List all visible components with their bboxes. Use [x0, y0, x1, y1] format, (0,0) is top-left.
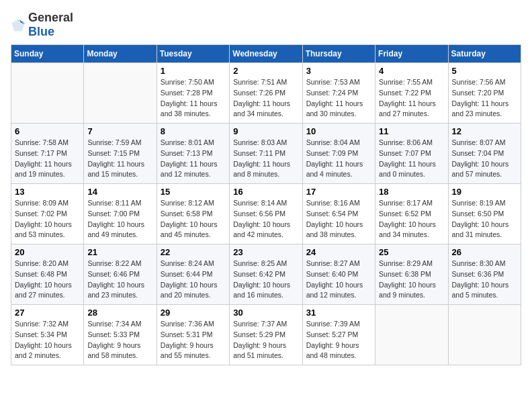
day-number: 26 [452, 247, 517, 257]
sunset-text: Sunset: 7:11 PM [233, 149, 285, 157]
sunrise-text: Sunrise: 8:09 AM [15, 199, 69, 207]
calendar-cell: 8 Sunrise: 8:01 AM Sunset: 7:13 PM Dayli… [157, 124, 229, 184]
sunset-text: Sunset: 7:02 PM [15, 210, 67, 218]
sunrise-text: Sunrise: 8:14 AM [233, 199, 287, 207]
sunrise-text: Sunrise: 8:19 AM [452, 199, 506, 207]
sunrise-text: Sunrise: 7:51 AM [233, 78, 287, 86]
generalblue-logo-icon [11, 17, 26, 32]
calendar-cell: 13 Sunrise: 8:09 AM Sunset: 7:02 PM Dayl… [11, 184, 84, 244]
calendar-cell [84, 63, 157, 124]
sunset-text: Sunset: 7:26 PM [233, 89, 285, 97]
sunrise-text: Sunrise: 7:39 AM [306, 320, 360, 328]
sunset-text: Sunset: 5:33 PM [87, 330, 140, 338]
weekday-header-sunday: Sunday [11, 45, 84, 63]
day-number: 30 [233, 308, 298, 318]
calendar-cell: 31 Sunrise: 7:39 AM Sunset: 5:27 PM Dayl… [302, 305, 375, 365]
daylight-text: Daylight: 10 hours and 45 minutes. [161, 220, 218, 239]
sunrise-text: Sunrise: 8:29 AM [379, 259, 433, 267]
calendar-cell [448, 305, 521, 365]
day-number: 6 [15, 126, 80, 136]
calendar-cell: 21 Sunrise: 8:22 AM Sunset: 6:46 PM Dayl… [84, 244, 157, 305]
sunrise-text: Sunrise: 8:12 AM [161, 199, 214, 207]
sunrise-text: Sunrise: 8:27 AM [306, 259, 360, 267]
sunrise-text: Sunrise: 7:36 AM [161, 320, 214, 328]
calendar-cell: 14 Sunrise: 8:11 AM Sunset: 7:00 PM Dayl… [84, 184, 157, 244]
calendar-cell: 26 Sunrise: 8:30 AM Sunset: 6:36 PM Dayl… [448, 244, 521, 305]
sunrise-text: Sunrise: 8:22 AM [87, 259, 141, 267]
sunset-text: Sunset: 6:46 PM [87, 270, 140, 278]
sunrise-text: Sunrise: 8:03 AM [233, 138, 287, 146]
day-number: 3 [306, 66, 371, 76]
sunset-text: Sunset: 6:52 PM [379, 210, 431, 218]
daylight-text: Daylight: 10 hours and 2 minutes. [15, 341, 72, 360]
sunset-text: Sunset: 5:31 PM [161, 330, 213, 338]
sunset-text: Sunset: 6:58 PM [161, 210, 213, 218]
calendar-cell: 27 Sunrise: 7:32 AM Sunset: 5:34 PM Dayl… [11, 305, 84, 365]
weekday-header-wednesday: Wednesday [230, 45, 302, 63]
daylight-text: Daylight: 10 hours and 57 minutes. [452, 160, 509, 179]
calendar-cell: 23 Sunrise: 8:25 AM Sunset: 6:42 PM Dayl… [230, 244, 302, 305]
daylight-text: Daylight: 9 hours and 58 minutes. [87, 341, 140, 360]
calendar-week-1: 1 Sunrise: 7:50 AM Sunset: 7:28 PM Dayli… [11, 63, 521, 124]
day-number: 27 [15, 308, 80, 318]
daylight-text: Daylight: 11 hours and 30 minutes. [306, 99, 363, 118]
calendar-cell: 2 Sunrise: 7:51 AM Sunset: 7:26 PM Dayli… [230, 63, 302, 124]
sunset-text: Sunset: 7:15 PM [87, 149, 140, 157]
calendar-body: 1 Sunrise: 7:50 AM Sunset: 7:28 PM Dayli… [11, 63, 521, 365]
sunset-text: Sunset: 7:07 PM [379, 149, 431, 157]
calendar-cell [375, 305, 448, 365]
day-number: 4 [379, 66, 444, 76]
sunrise-text: Sunrise: 7:37 AM [233, 320, 287, 328]
calendar-cell: 29 Sunrise: 7:36 AM Sunset: 5:31 PM Dayl… [157, 305, 229, 365]
sunset-text: Sunset: 7:09 PM [306, 149, 359, 157]
calendar-cell: 22 Sunrise: 8:24 AM Sunset: 6:44 PM Dayl… [157, 244, 229, 305]
weekday-header-row: SundayMondayTuesdayWednesdayThursdayFrid… [11, 45, 521, 63]
sunset-text: Sunset: 7:28 PM [161, 89, 213, 97]
day-number: 21 [87, 247, 152, 257]
sunset-text: Sunset: 7:24 PM [306, 89, 359, 97]
day-number: 16 [233, 187, 298, 197]
day-number: 12 [452, 126, 517, 136]
calendar-cell: 16 Sunrise: 8:14 AM Sunset: 6:56 PM Dayl… [230, 184, 302, 244]
sunset-text: Sunset: 6:48 PM [15, 270, 67, 278]
calendar-cell: 7 Sunrise: 7:59 AM Sunset: 7:15 PM Dayli… [84, 124, 157, 184]
logo-text-blue: Blue [28, 25, 54, 38]
day-number: 5 [452, 66, 517, 76]
calendar-cell: 6 Sunrise: 7:58 AM Sunset: 7:17 PM Dayli… [11, 124, 84, 184]
day-number: 13 [15, 187, 80, 197]
sunset-text: Sunset: 6:42 PM [233, 270, 285, 278]
sunrise-text: Sunrise: 8:25 AM [233, 259, 287, 267]
calendar-cell: 15 Sunrise: 8:12 AM Sunset: 6:58 PM Dayl… [157, 184, 229, 244]
sunrise-text: Sunrise: 7:59 AM [87, 138, 141, 146]
day-number: 10 [306, 126, 371, 136]
sunset-text: Sunset: 6:36 PM [452, 270, 504, 278]
sunrise-text: Sunrise: 8:04 AM [306, 138, 360, 146]
day-number: 11 [379, 126, 444, 136]
sunrise-text: Sunrise: 8:16 AM [306, 199, 360, 207]
day-number: 9 [233, 126, 298, 136]
sunrise-text: Sunrise: 7:34 AM [87, 320, 141, 328]
sunrise-text: Sunrise: 8:24 AM [161, 259, 214, 267]
sunrise-text: Sunrise: 8:20 AM [15, 259, 69, 267]
calendar-cell: 10 Sunrise: 8:04 AM Sunset: 7:09 PM Dayl… [302, 124, 375, 184]
sunrise-text: Sunrise: 7:56 AM [452, 78, 506, 86]
calendar-table: SundayMondayTuesdayWednesdayThursdayFrid… [11, 44, 521, 365]
sunset-text: Sunset: 5:34 PM [15, 330, 67, 338]
calendar-cell: 17 Sunrise: 8:16 AM Sunset: 6:54 PM Dayl… [302, 184, 375, 244]
day-number: 2 [233, 66, 298, 76]
sunrise-text: Sunrise: 8:01 AM [161, 138, 214, 146]
calendar-cell: 18 Sunrise: 8:17 AM Sunset: 6:52 PM Dayl… [375, 184, 448, 244]
calendar-week-5: 27 Sunrise: 7:32 AM Sunset: 5:34 PM Dayl… [11, 305, 521, 365]
daylight-text: Daylight: 11 hours and 0 minutes. [379, 160, 436, 179]
daylight-text: Daylight: 10 hours and 16 minutes. [233, 281, 290, 300]
sunset-text: Sunset: 7:20 PM [452, 89, 504, 97]
day-number: 19 [452, 187, 517, 197]
daylight-text: Daylight: 10 hours and 9 minutes. [379, 281, 436, 300]
day-number: 1 [161, 66, 226, 76]
weekday-header-saturday: Saturday [448, 45, 521, 63]
sunset-text: Sunset: 7:00 PM [87, 210, 140, 218]
calendar-cell: 4 Sunrise: 7:55 AM Sunset: 7:22 PM Dayli… [375, 63, 448, 124]
daylight-text: Daylight: 10 hours and 53 minutes. [15, 220, 72, 239]
day-number: 20 [15, 247, 80, 257]
sunrise-text: Sunrise: 8:11 AM [87, 199, 141, 207]
